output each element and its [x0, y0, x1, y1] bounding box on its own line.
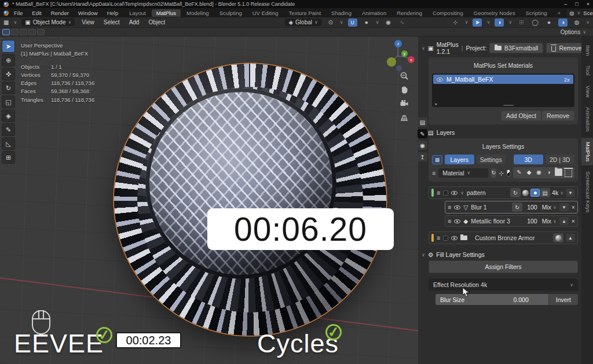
- export-icon[interactable]: ↥: [418, 152, 427, 161]
- matplus-header[interactable]: ∨ ▣ MatPlus 1.2.1 | Project: B3Fxmatball…: [422, 41, 577, 55]
- menu-add[interactable]: Add: [127, 19, 142, 25]
- shading-wireframe-button[interactable]: ◯: [530, 19, 540, 27]
- xray-toggle[interactable]: ⊞: [517, 19, 526, 27]
- gizmo-negative-axis[interactable]: [396, 65, 402, 71]
- overlays-chevron[interactable]: ∨: [508, 20, 512, 25]
- workspace-tab-uv-editing[interactable]: UV Editing: [248, 9, 283, 17]
- menu-render[interactable]: Render: [47, 9, 73, 17]
- color-swatch-icon[interactable]: [507, 170, 510, 177]
- channel-dropdown[interactable]: Material ∨: [438, 168, 488, 178]
- maximize-button[interactable]: □: [575, 1, 578, 7]
- cursor-tool-button[interactable]: ⊕: [2, 54, 15, 67]
- material-list-item[interactable]: M_Matball_BeFX 2x: [433, 75, 573, 84]
- refresh-button[interactable]: ↻: [512, 203, 522, 212]
- scene-browse-chevron[interactable]: ∨: [577, 10, 580, 16]
- pan-hand-icon[interactable]: [400, 85, 409, 94]
- layer-checkbox[interactable]: [443, 236, 448, 241]
- workspace-tab-scripting[interactable]: Scripting: [521, 9, 552, 17]
- tab-item[interactable]: Item: [581, 41, 593, 60]
- camera-view-icon[interactable]: [400, 99, 409, 108]
- toggle-perspective-icon[interactable]: [400, 113, 409, 122]
- navigation-gizmo[interactable]: z y x: [382, 40, 414, 72]
- workspace-tab-modeling[interactable]: Modeling: [182, 9, 214, 17]
- eye-icon[interactable]: [451, 236, 457, 240]
- resolution-chevron[interactable]: ∨: [560, 190, 563, 196]
- show-gizmo-toggle[interactable]: ⊹: [451, 19, 460, 27]
- layer-checkbox[interactable]: [443, 190, 448, 196]
- gizmo-x-axis[interactable]: x: [408, 56, 415, 63]
- matball-object[interactable]: [114, 64, 386, 336]
- opacity-value[interactable]: 100: [527, 204, 537, 211]
- layer-row-metallic-floor[interactable]: ≡ ◆ Metallic floor 3 100 Mix ∨ ▲ ×: [445, 215, 578, 227]
- drag-handle-icon[interactable]: ≡: [448, 218, 451, 225]
- select-tool-button[interactable]: ➤: [2, 40, 15, 53]
- menu-window[interactable]: Window: [74, 9, 102, 17]
- menu-view[interactable]: View: [79, 19, 97, 25]
- workspace-tab-sculpting[interactable]: Sculpting: [215, 9, 247, 17]
- material-preview-icon[interactable]: [522, 190, 529, 196]
- shading-material-button[interactable]: ◑: [558, 19, 568, 27]
- erase-icon[interactable]: ◉: [535, 168, 543, 177]
- workspace-tab-rendering[interactable]: Rendering: [392, 9, 427, 17]
- magic-wand-icon[interactable]: ⊹: [499, 170, 504, 177]
- tab-screencast-keys[interactable]: Screencast Keys: [581, 167, 593, 216]
- workspace-tab-geometry-nodes[interactable]: Geometry Nodes: [469, 9, 520, 17]
- mode-2d3d-button[interactable]: 2D | 3D: [546, 155, 575, 164]
- layer-row-pattern[interactable]: ≡ ∨ pattern ↻ ▤ 4k ∨ ▼: [429, 186, 578, 199]
- gizmo-view-ball[interactable]: [387, 57, 396, 67]
- blend-dropdown[interactable]: Mix ∨: [542, 218, 557, 225]
- workspace-tab-layout[interactable]: Layout: [125, 9, 151, 17]
- active-channel-toggle[interactable]: [530, 189, 540, 197]
- rotate-tool-button[interactable]: ↻: [2, 82, 15, 94]
- menu-help[interactable]: Help: [103, 9, 123, 17]
- select-mode-tweak[interactable]: [2, 29, 10, 35]
- scene-name[interactable]: Scene: [583, 10, 593, 16]
- editor-type-icon[interactable]: ▦: [3, 19, 9, 25]
- select-mode-extend[interactable]: [20, 29, 27, 35]
- drag-handle-icon[interactable]: ≡: [437, 234, 440, 241]
- assign-filters-button[interactable]: Assign Filters: [429, 260, 578, 273]
- shading-rendered-button[interactable]: ◍: [572, 19, 581, 27]
- select-mode-subtract[interactable]: [28, 29, 36, 35]
- eye-icon[interactable]: [437, 78, 443, 82]
- add-workspace-button[interactable]: +: [553, 9, 566, 17]
- blender-menu-icon[interactable]: [3, 10, 9, 16]
- tab-layers[interactable]: Layers: [445, 155, 474, 164]
- snap-toggle[interactable]: ∪: [348, 19, 357, 27]
- trash-icon[interactable]: [565, 170, 573, 178]
- draw-icon[interactable]: ✎: [515, 168, 524, 177]
- tab-matplus[interactable]: MatPlus: [581, 138, 593, 166]
- workspace-tab-animation[interactable]: Animation: [357, 9, 391, 17]
- move-down-button[interactable]: ▼: [559, 203, 569, 211]
- select-mode-intersect[interactable]: [37, 29, 45, 35]
- options-dropdown[interactable]: Options ∨: [561, 29, 591, 35]
- list-expand-icon[interactable]: ►: [434, 102, 438, 106]
- measure-tool-button[interactable]: ◺: [2, 137, 15, 150]
- menu-object[interactable]: Object: [146, 19, 167, 25]
- collapse-icon[interactable]: ∨: [422, 252, 425, 258]
- project-remove-button[interactable]: Remove: [546, 43, 587, 53]
- layer-row-blur[interactable]: ≡ ▽ Blur 1 ↻ 100 Mix ∨ ▼ ×: [445, 201, 578, 214]
- blend-dropdown[interactable]: Mix ∨: [542, 204, 557, 211]
- editor-type-chevron[interactable]: ∨: [13, 20, 17, 25]
- gizmos-toggle[interactable]: ➤: [473, 19, 482, 27]
- workspace-tab-matplus[interactable]: MatPlus: [152, 9, 181, 17]
- layer-row-bronze-armor[interactable]: ≡ Custom Bronze Armor ▲: [429, 231, 578, 244]
- gizmos-chevron[interactable]: ∨: [486, 20, 490, 25]
- workspace-tab-compositing[interactable]: Compositing: [428, 9, 468, 17]
- mode-dropdown[interactable]: ▣ Object Mode ∨: [21, 19, 75, 26]
- project-button[interactable]: B3Fxmatball: [489, 43, 543, 53]
- tab-animation[interactable]: Animation: [581, 103, 593, 135]
- drag-handle-icon[interactable]: ≡: [437, 189, 440, 196]
- texture-icon[interactable]: ▤: [540, 188, 550, 197]
- overlays-toggle[interactable]: ◑: [495, 19, 504, 27]
- add-cube-tool-button[interactable]: ⊞: [2, 151, 15, 164]
- eye-icon[interactable]: [454, 205, 460, 209]
- material-sphere-button[interactable]: [553, 233, 563, 242]
- display-icon[interactable]: ▦: [432, 155, 442, 164]
- delete-filter-button[interactable]: ×: [572, 204, 575, 211]
- move-down-button[interactable]: ▼: [566, 189, 575, 197]
- move-up-button[interactable]: ▲: [559, 217, 569, 225]
- workspace-tab-texture-paint[interactable]: Texture Paint: [284, 9, 325, 17]
- stamp-icon[interactable]: ◉: [418, 141, 427, 150]
